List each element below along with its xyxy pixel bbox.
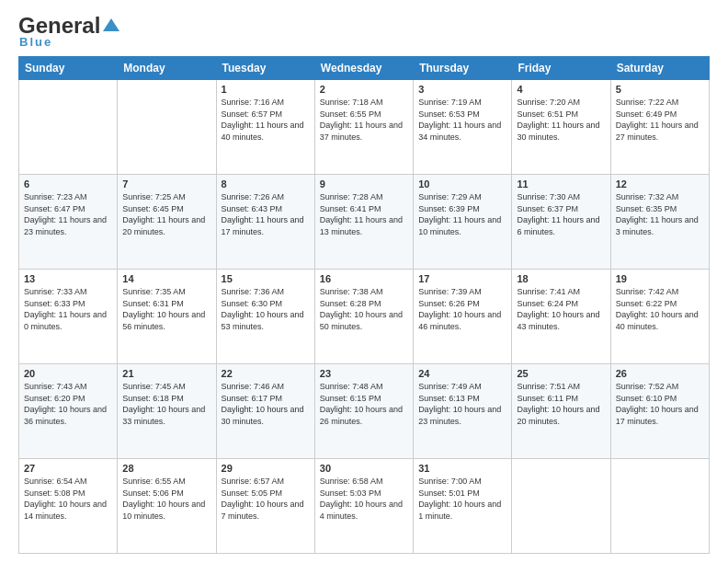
day-number: 19	[616, 273, 704, 284]
day-number: 17	[418, 273, 506, 284]
calendar-cell: 3Sunrise: 7:19 AM Sunset: 6:53 PM Daylig…	[414, 80, 512, 175]
day-info: Sunrise: 7:51 AM Sunset: 6:11 PM Dayligh…	[517, 381, 605, 427]
calendar-cell: 22Sunrise: 7:46 AM Sunset: 6:17 PM Dayli…	[216, 364, 314, 459]
calendar-cell: 1Sunrise: 7:16 AM Sunset: 6:57 PM Daylig…	[216, 80, 314, 175]
calendar-cell: 12Sunrise: 7:32 AM Sunset: 6:35 PM Dayli…	[610, 175, 709, 270]
calendar: SundayMondayTuesdayWednesdayThursdayFrid…	[18, 56, 710, 554]
day-number: 28	[122, 463, 210, 474]
calendar-cell: 31Sunrise: 7:00 AM Sunset: 5:01 PM Dayli…	[414, 459, 512, 554]
day-number: 11	[517, 178, 605, 190]
calendar-cell: 27Sunrise: 6:54 AM Sunset: 5:08 PM Dayli…	[19, 459, 118, 554]
day-number: 9	[320, 178, 408, 190]
calendar-cell	[118, 80, 216, 175]
calendar-cell: 7Sunrise: 7:25 AM Sunset: 6:45 PM Daylig…	[118, 175, 216, 270]
day-number: 20	[24, 368, 112, 379]
day-number: 16	[320, 273, 408, 284]
calendar-cell: 16Sunrise: 7:38 AM Sunset: 6:28 PM Dayli…	[314, 270, 413, 364]
day-info: Sunrise: 7:20 AM Sunset: 6:51 PM Dayligh…	[517, 97, 605, 143]
day-info: Sunrise: 7:38 AM Sunset: 6:28 PM Dayligh…	[320, 286, 408, 332]
weekday-header-wednesday: Wednesday	[314, 57, 413, 80]
calendar-week-1: 1Sunrise: 7:16 AM Sunset: 6:57 PM Daylig…	[19, 80, 710, 175]
day-number: 26	[616, 368, 704, 379]
day-info: Sunrise: 7:48 AM Sunset: 6:15 PM Dayligh…	[320, 381, 408, 427]
calendar-header-row: SundayMondayTuesdayWednesdayThursdayFrid…	[19, 57, 710, 80]
day-number: 25	[517, 368, 605, 379]
calendar-cell: 11Sunrise: 7:30 AM Sunset: 6:37 PM Dayli…	[512, 175, 610, 270]
day-info: Sunrise: 7:22 AM Sunset: 6:49 PM Dayligh…	[616, 97, 704, 143]
day-info: Sunrise: 7:19 AM Sunset: 6:53 PM Dayligh…	[418, 97, 506, 143]
calendar-week-5: 27Sunrise: 6:54 AM Sunset: 5:08 PM Dayli…	[19, 459, 710, 554]
day-number: 2	[320, 84, 408, 95]
calendar-cell: 21Sunrise: 7:45 AM Sunset: 6:18 PM Dayli…	[118, 364, 216, 459]
day-number: 6	[24, 178, 112, 190]
calendar-cell: 18Sunrise: 7:41 AM Sunset: 6:24 PM Dayli…	[512, 270, 610, 364]
day-number: 30	[320, 463, 408, 474]
calendar-cell	[512, 459, 610, 554]
calendar-cell: 9Sunrise: 7:28 AM Sunset: 6:41 PM Daylig…	[314, 175, 413, 270]
day-number: 8	[222, 178, 310, 190]
day-number: 23	[320, 368, 408, 379]
day-info: Sunrise: 7:43 AM Sunset: 6:20 PM Dayligh…	[24, 381, 112, 427]
calendar-cell: 25Sunrise: 7:51 AM Sunset: 6:11 PM Dayli…	[512, 364, 610, 459]
weekday-header-sunday: Sunday	[19, 57, 118, 80]
calendar-cell: 15Sunrise: 7:36 AM Sunset: 6:30 PM Dayli…	[216, 270, 314, 364]
calendar-cell	[19, 80, 118, 175]
day-number: 14	[122, 273, 210, 284]
calendar-week-4: 20Sunrise: 7:43 AM Sunset: 6:20 PM Dayli…	[19, 364, 710, 459]
day-info: Sunrise: 7:32 AM Sunset: 6:35 PM Dayligh…	[616, 191, 704, 237]
calendar-cell: 6Sunrise: 7:23 AM Sunset: 6:47 PM Daylig…	[19, 175, 118, 270]
day-info: Sunrise: 7:16 AM Sunset: 6:57 PM Dayligh…	[222, 97, 310, 143]
day-number: 18	[517, 273, 605, 284]
page: General Blue SundayMondayTuesdayWednesda…	[0, 0, 728, 563]
day-info: Sunrise: 7:52 AM Sunset: 6:10 PM Dayligh…	[616, 381, 704, 427]
day-number: 13	[24, 273, 112, 284]
weekday-header-friday: Friday	[512, 57, 610, 80]
day-info: Sunrise: 7:25 AM Sunset: 6:45 PM Dayligh…	[122, 191, 210, 237]
logo-triangle-icon	[101, 15, 121, 35]
calendar-cell: 2Sunrise: 7:18 AM Sunset: 6:55 PM Daylig…	[314, 80, 413, 175]
day-info: Sunrise: 7:29 AM Sunset: 6:39 PM Dayligh…	[418, 191, 506, 237]
day-info: Sunrise: 7:46 AM Sunset: 6:17 PM Dayligh…	[222, 381, 310, 427]
day-number: 27	[24, 463, 112, 474]
day-info: Sunrise: 7:39 AM Sunset: 6:26 PM Dayligh…	[418, 286, 506, 332]
header: General Blue	[18, 15, 710, 49]
day-number: 15	[222, 273, 310, 284]
weekday-header-monday: Monday	[118, 57, 216, 80]
day-info: Sunrise: 7:36 AM Sunset: 6:30 PM Dayligh…	[222, 286, 310, 332]
day-number: 3	[418, 84, 506, 95]
day-number: 12	[616, 178, 704, 190]
svg-marker-0	[103, 18, 119, 31]
day-number: 5	[616, 84, 704, 95]
day-info: Sunrise: 7:00 AM Sunset: 5:01 PM Dayligh…	[418, 476, 506, 522]
calendar-cell: 30Sunrise: 6:58 AM Sunset: 5:03 PM Dayli…	[314, 459, 413, 554]
day-info: Sunrise: 6:55 AM Sunset: 5:06 PM Dayligh…	[122, 476, 210, 522]
calendar-cell: 10Sunrise: 7:29 AM Sunset: 6:39 PM Dayli…	[414, 175, 512, 270]
calendar-cell: 19Sunrise: 7:42 AM Sunset: 6:22 PM Dayli…	[610, 270, 709, 364]
logo-blue-text: Blue	[19, 35, 52, 49]
calendar-cell: 23Sunrise: 7:48 AM Sunset: 6:15 PM Dayli…	[314, 364, 413, 459]
day-info: Sunrise: 7:28 AM Sunset: 6:41 PM Dayligh…	[320, 191, 408, 237]
calendar-cell	[610, 459, 709, 554]
calendar-cell: 24Sunrise: 7:49 AM Sunset: 6:13 PM Dayli…	[414, 364, 512, 459]
calendar-cell: 20Sunrise: 7:43 AM Sunset: 6:20 PM Dayli…	[19, 364, 118, 459]
weekday-header-saturday: Saturday	[610, 57, 709, 80]
logo-general: General	[18, 15, 100, 37]
day-number: 29	[222, 463, 310, 474]
day-info: Sunrise: 7:35 AM Sunset: 6:31 PM Dayligh…	[122, 286, 210, 332]
day-number: 4	[517, 84, 605, 95]
calendar-cell: 29Sunrise: 6:57 AM Sunset: 5:05 PM Dayli…	[216, 459, 314, 554]
day-number: 22	[222, 368, 310, 379]
day-info: Sunrise: 6:57 AM Sunset: 5:05 PM Dayligh…	[222, 476, 310, 522]
day-info: Sunrise: 7:45 AM Sunset: 6:18 PM Dayligh…	[122, 381, 210, 427]
day-number: 10	[418, 178, 506, 190]
calendar-cell: 28Sunrise: 6:55 AM Sunset: 5:06 PM Dayli…	[118, 459, 216, 554]
day-info: Sunrise: 7:23 AM Sunset: 6:47 PM Dayligh…	[24, 191, 112, 237]
day-number: 31	[418, 463, 506, 474]
day-info: Sunrise: 7:41 AM Sunset: 6:24 PM Dayligh…	[517, 286, 605, 332]
calendar-week-2: 6Sunrise: 7:23 AM Sunset: 6:47 PM Daylig…	[19, 175, 710, 270]
day-info: Sunrise: 7:33 AM Sunset: 6:33 PM Dayligh…	[24, 286, 112, 332]
day-number: 21	[122, 368, 210, 379]
calendar-cell: 13Sunrise: 7:33 AM Sunset: 6:33 PM Dayli…	[19, 270, 118, 364]
calendar-cell: 26Sunrise: 7:52 AM Sunset: 6:10 PM Dayli…	[610, 364, 709, 459]
day-info: Sunrise: 7:42 AM Sunset: 6:22 PM Dayligh…	[616, 286, 704, 332]
